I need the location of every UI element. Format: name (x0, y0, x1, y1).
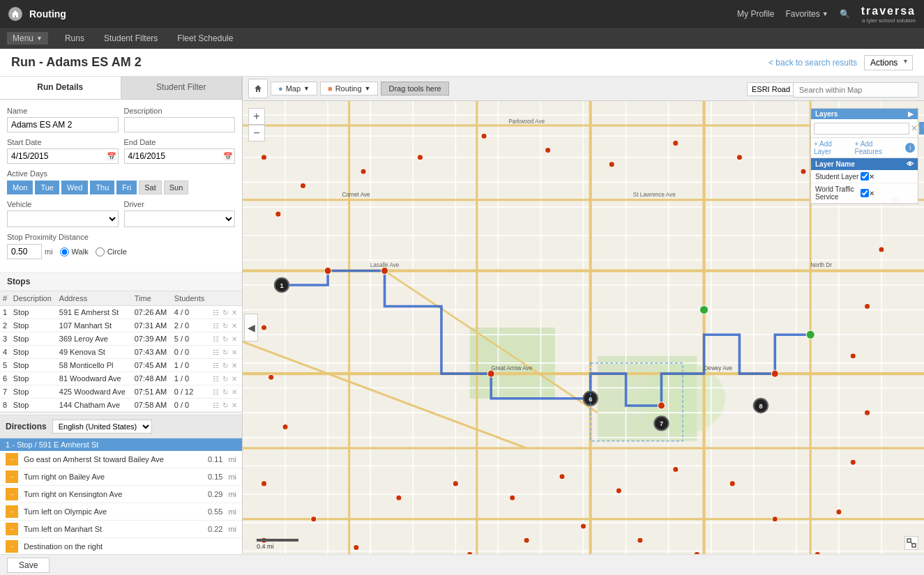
traversa-sub: a tyler school solution (861, 17, 916, 24)
search-icon[interactable]: 🔍 (840, 9, 850, 19)
day-fri[interactable]: Fri (116, 181, 137, 194)
zoom-out-button[interactable]: − (248, 125, 265, 141)
calendar-icon-2[interactable]: 📅 (223, 152, 233, 161)
stop-actions: ☷ ↻ ✕ (209, 372, 242, 385)
circle-radio[interactable] (96, 247, 105, 256)
student-layer-label: Student Layer (815, 173, 861, 181)
stop-refresh-icon[interactable]: ↻ (222, 362, 228, 369)
stop-remove-icon[interactable]: ✕ (232, 335, 237, 343)
proximity-label: Stop Proximity Distance (7, 233, 235, 241)
traffic-layer-checkbox[interactable] (861, 189, 869, 197)
tab-run-details[interactable]: Run Details (0, 77, 121, 99)
stop-desc: Stop (10, 372, 56, 385)
stop-grid-icon[interactable]: ☷ (213, 309, 219, 316)
stop-grid-icon[interactable]: ☷ (213, 388, 219, 396)
stop-students: 2 / 0 (172, 319, 209, 332)
runs-menu-item[interactable]: Runs (62, 33, 87, 43)
day-sat[interactable]: Sat (139, 181, 162, 194)
table-row: 7 Stop 425 Woodward Ave 07:51 AM 0 / 12 … (0, 385, 242, 399)
proximity-unit: mi (45, 247, 53, 256)
calendar-icon[interactable]: 📅 (107, 152, 116, 161)
scale-label: 0.4 mi (257, 543, 274, 550)
traffic-layer-remove[interactable]: ✕ (869, 190, 914, 197)
day-mon[interactable]: Mon (7, 181, 33, 194)
favorites-link[interactable]: Favorites ▼ (785, 9, 828, 19)
home-icon[interactable] (8, 7, 22, 21)
add-features-label[interactable]: + Add Features (855, 140, 902, 155)
map-home-button[interactable] (248, 79, 268, 98)
actions-dropdown[interactable]: Actions (864, 55, 913, 70)
svg-point-85 (836, 509, 842, 515)
menu-button[interactable]: Menu ▼ (7, 32, 48, 45)
student-layer-checkbox[interactable] (861, 172, 869, 181)
stop-refresh-icon[interactable]: ↻ (222, 309, 228, 316)
my-profile-link[interactable]: My Profile (737, 9, 774, 19)
start-date-input[interactable] (7, 148, 119, 164)
walk-radio[interactable] (60, 247, 69, 256)
svg-text:St Lawrence Ave: St Lawrence Ave (633, 192, 676, 198)
drag-tools-button[interactable]: Drag tools here (381, 82, 448, 95)
layers-collapse-icon[interactable]: ▶ (908, 110, 914, 118)
end-date-input[interactable] (124, 148, 236, 164)
stop-grid-icon[interactable]: ☷ (213, 348, 219, 356)
stop-refresh-icon[interactable]: ↻ (222, 375, 228, 383)
proximity-input[interactable] (7, 244, 42, 259)
stop-address: 425 Woodward Ave (56, 385, 132, 399)
back-to-search-link[interactable]: < back to search results (768, 58, 857, 68)
stop-grid-icon[interactable]: ☷ (213, 322, 219, 330)
student-layer-remove[interactable]: ✕ (869, 173, 914, 181)
table-row: 6 Stop 81 Woodward Ave 07:48 AM 1 / 0 ☷ … (0, 372, 242, 385)
stop-remove-icon[interactable]: ✕ (232, 362, 237, 369)
stop-grid-icon[interactable]: ☷ (213, 375, 219, 383)
layers-search-input[interactable] (814, 123, 909, 135)
layers-search-button[interactable]: 🔍 (919, 122, 924, 135)
stop-refresh-icon[interactable]: ↻ (222, 335, 228, 343)
save-button[interactable]: Save (7, 558, 50, 573)
day-wed[interactable]: Wed (61, 181, 88, 194)
routing-button[interactable]: ■ Routing ▼ (320, 82, 379, 95)
direction-icon: → (6, 470, 18, 483)
tab-student-filter[interactable]: Student Filter (121, 77, 243, 99)
name-label: Name (7, 107, 119, 115)
stop-remove-icon[interactable]: ✕ (232, 348, 237, 356)
stop-grid-icon[interactable]: ☷ (213, 362, 219, 369)
driver-select[interactable] (124, 210, 236, 227)
left-panel: Run Details Student Filter Name Descript… (0, 77, 243, 554)
stop-remove-icon[interactable]: ✕ (232, 388, 237, 396)
student-filters-menu-item[interactable]: Student Filters (101, 33, 160, 43)
stop-refresh-icon[interactable]: ↻ (222, 401, 228, 409)
map-button[interactable]: ● Map ▼ (271, 82, 317, 95)
name-input[interactable] (7, 117, 119, 132)
map-area[interactable]: 1 6 7 8 (243, 77, 924, 554)
direction-unit: mi (228, 473, 236, 481)
directions-language-select[interactable]: English (United States) (52, 420, 152, 434)
map-nav-left-button[interactable]: ◀ (244, 314, 258, 342)
vehicle-select[interactable] (7, 210, 119, 227)
info-icon[interactable]: i (905, 143, 915, 153)
proximity-row: mi Walk Circle (7, 244, 235, 259)
map-expand-button[interactable] (904, 536, 918, 550)
day-sun[interactable]: Sun (164, 181, 189, 194)
day-thu[interactable]: Thu (90, 181, 114, 194)
stop-grid-icon[interactable]: ☷ (213, 401, 219, 409)
direction-unit: mi (228, 455, 236, 463)
stop-grid-icon[interactable]: ☷ (213, 335, 219, 343)
stop-remove-icon[interactable]: ✕ (232, 401, 237, 409)
stop-remove-icon[interactable]: ✕ (232, 375, 237, 383)
stop-remove-icon[interactable]: ✕ (232, 309, 237, 316)
stop-refresh-icon[interactable]: ↻ (222, 348, 228, 356)
routing-icon: ■ (328, 84, 333, 93)
direction-distance: 0.15 (208, 473, 222, 481)
stop-remove-icon[interactable]: ✕ (232, 322, 237, 330)
day-tue[interactable]: Tue (35, 181, 59, 194)
description-input[interactable] (124, 117, 236, 132)
stop-refresh-icon[interactable]: ↻ (222, 388, 228, 396)
add-layer-label[interactable]: + Add Layer (814, 140, 851, 155)
svg-point-102 (467, 552, 473, 554)
stop-refresh-icon[interactable]: ↻ (222, 322, 228, 330)
stops-table: # Description Address Time Students 1 St… (0, 291, 242, 412)
zoom-in-button[interactable]: + (248, 108, 265, 125)
fleet-schedule-menu-item[interactable]: Fleet Schedule (174, 33, 236, 43)
map-search-input[interactable] (793, 82, 918, 98)
layers-search-clear[interactable]: ✕ (911, 123, 918, 133)
